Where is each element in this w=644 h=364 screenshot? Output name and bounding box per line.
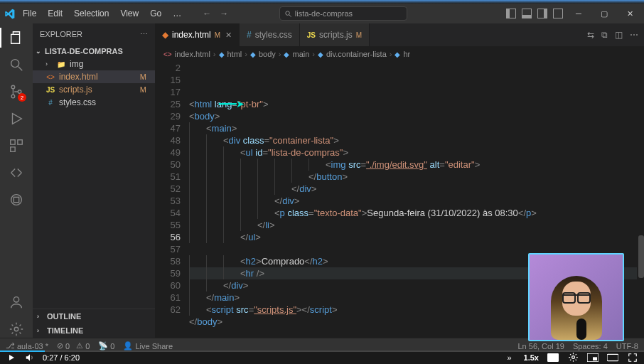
minimap-scrollbar[interactable] (637, 100, 644, 338)
webcam-overlay (528, 253, 624, 341)
live-share[interactable]: 👤 Live Share (123, 341, 173, 350)
vscode-logo-icon (4, 8, 16, 19)
svg-point-13 (14, 327, 18, 331)
svg-rect-9 (11, 147, 15, 151)
svg-rect-14 (547, 353, 559, 362)
source-control-icon[interactable]: 2 (8, 83, 25, 100)
close-icon[interactable]: ✕ (225, 31, 232, 40)
chevron-down-icon: ⌄ (36, 48, 43, 55)
port[interactable]: 📡 0 (98, 341, 114, 350)
svg-point-5 (11, 95, 15, 98)
problems[interactable]: ⊘ 0 ⚠ 0 (57, 341, 90, 350)
cursor-position[interactable]: Ln 56, Col 19 (517, 342, 564, 350)
svg-point-4 (11, 85, 15, 89)
svg-point-12 (14, 297, 18, 302)
video-time: 0:27 / 6:20 (43, 353, 80, 362)
go-to-icon[interactable]: ⇆ (587, 30, 594, 40)
titlebar: File Edit Selection View Go … ← → lista-… (0, 4, 644, 23)
tab-scripts-js[interactable]: JSscripts.jsM (300, 23, 370, 46)
settings-icon[interactable] (8, 321, 25, 338)
search-value: lista-de-compras (295, 9, 353, 18)
breadcrumbs[interactable]: <>index.html›◆html›◆body›◆main›◆div.cont… (155, 46, 644, 62)
svg-line-3 (18, 67, 23, 71)
run-debug-icon[interactable] (8, 110, 25, 127)
menu-go[interactable]: Go (146, 7, 166, 20)
tab-styles-css[interactable]: #styles.css (240, 23, 300, 46)
layout-icon[interactable] (522, 9, 532, 18)
git-branch[interactable]: ⎇ aula-03* (6, 341, 48, 350)
indent[interactable]: Spaces: 4 (573, 342, 608, 350)
breadcrumb-item[interactable]: html (227, 50, 242, 58)
search-icon[interactable] (8, 56, 25, 73)
breadcrumb-item[interactable]: index.html (175, 50, 210, 58)
tab-index-html[interactable]: ◆index.htmlM✕ (155, 23, 240, 46)
video-progress[interactable] (0, 350, 644, 352)
volume-icon[interactable] (24, 352, 36, 363)
play-button[interactable] (6, 352, 17, 363)
account-icon[interactable] (8, 294, 25, 311)
menu-selection[interactable]: Selection (70, 7, 113, 20)
command-search-input[interactable]: lista-de-compras (279, 6, 407, 21)
layout-icon[interactable] (506, 9, 516, 18)
svg-point-0 (286, 11, 290, 15)
svg-rect-18 (607, 354, 618, 360)
diff-icon[interactable]: ⧉ (601, 30, 608, 40)
activity-bar: 2 (0, 23, 33, 338)
menu-more[interactable]: … (168, 7, 186, 20)
editor-tabs: ◆index.htmlM✕#styles.cssJSscripts.jsM⇆⧉◫… (155, 23, 644, 46)
layout-icon[interactable] (537, 9, 547, 18)
sidebar-title: EXPLORER (40, 30, 82, 38)
maximize-button[interactable]: ▢ (594, 9, 614, 18)
nav-back-icon[interactable]: ← (203, 9, 211, 18)
svg-rect-7 (11, 140, 15, 144)
timeline-section[interactable]: ›TIMELINE (33, 323, 155, 338)
pip-icon[interactable] (587, 352, 599, 363)
sidebar-more-icon[interactable]: ⋯ (140, 30, 148, 39)
extensions-icon[interactable] (8, 137, 25, 154)
nav-forward-icon[interactable]: → (220, 9, 228, 18)
scm-badge: 2 (18, 93, 26, 102)
breadcrumb-item[interactable]: hr (403, 50, 410, 58)
svg-point-10 (11, 195, 22, 205)
skip-icon[interactable]: » (504, 352, 515, 363)
captions-icon[interactable] (547, 352, 559, 363)
file-styles-css[interactable]: #styles.css (33, 96, 155, 109)
ext-icon[interactable] (8, 191, 25, 208)
fullscreen-icon[interactable] (627, 352, 638, 363)
breadcrumb-item[interactable]: main (292, 50, 309, 58)
video-controls: 0:27 / 6:20 » 1.5x (0, 350, 644, 364)
search-icon (284, 10, 292, 18)
outline-section[interactable]: ›OUTLINE (33, 309, 155, 323)
svg-point-15 (571, 356, 574, 359)
settings-gear-icon[interactable] (567, 352, 579, 363)
menu-edit[interactable]: Edit (43, 7, 67, 20)
svg-rect-11 (14, 197, 18, 202)
split-icon[interactable]: ◫ (615, 30, 623, 40)
breadcrumb-item[interactable]: div.container-lista (326, 50, 387, 58)
svg-rect-17 (593, 357, 597, 360)
explorer-sidebar: EXPLORER ⋯ ⌄ LISTA-DE-COMPRAS ›📁img<>ind… (33, 23, 155, 338)
svg-point-2 (11, 60, 19, 68)
svg-line-1 (289, 14, 291, 16)
explorer-icon[interactable] (8, 29, 25, 46)
menu-view[interactable]: View (116, 7, 143, 20)
playback-speed[interactable]: 1.5x (524, 353, 539, 362)
menu-file[interactable]: File (18, 7, 41, 20)
remote-icon[interactable] (8, 164, 25, 181)
breadcrumb-item[interactable]: body (259, 50, 276, 58)
file-scripts-js[interactable]: JSscripts.jsM (33, 83, 155, 96)
layout-icon[interactable] (553, 9, 563, 18)
close-button[interactable]: ✕ (620, 9, 640, 18)
encoding[interactable]: UTF-8 (616, 342, 638, 350)
theater-icon[interactable] (607, 352, 618, 363)
svg-rect-8 (18, 140, 22, 144)
folder-root[interactable]: ⌄ LISTA-DE-COMPRAS (33, 45, 155, 58)
file-img[interactable]: ›📁img (33, 58, 155, 70)
more-icon[interactable]: ⋯ (630, 30, 638, 40)
minimize-button[interactable]: ─ (569, 9, 589, 18)
file-index-html[interactable]: <>index.htmlM (33, 70, 155, 83)
